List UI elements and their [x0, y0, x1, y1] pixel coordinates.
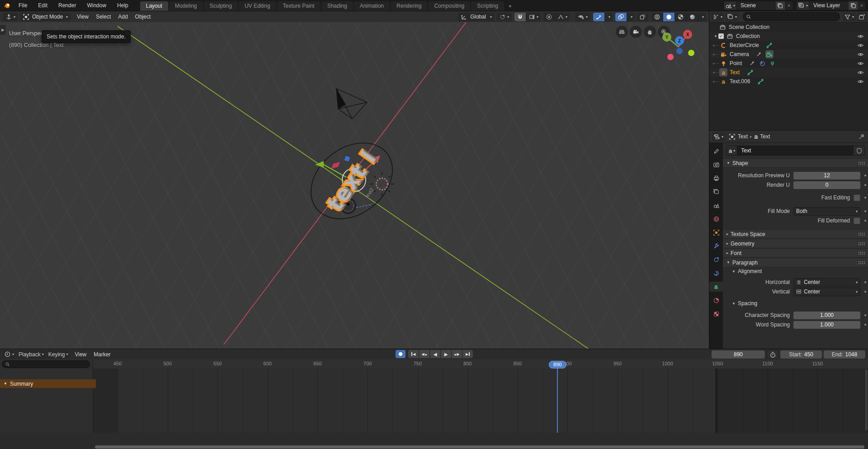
add-workspace-button[interactable]: +: [505, 2, 515, 11]
timeline-vertical-scrollbar[interactable]: [865, 369, 868, 430]
pin-icon[interactable]: [858, 133, 865, 140]
display-mode-dropdown[interactable]: ▾: [711, 13, 724, 21]
animate-dot[interactable]: ●: [862, 280, 868, 284]
gizmo-x-neg-ball[interactable]: [667, 54, 674, 60]
timeline-editor-type-button[interactable]: ▾: [3, 350, 15, 359]
texture-space-panel-header[interactable]: ▸Texture Space: [723, 229, 868, 239]
resolution-preview-field[interactable]: 12: [793, 172, 860, 180]
transform-orientation-dropdown[interactable]: Global ▾: [458, 13, 495, 21]
word-spacing-field[interactable]: 1.000: [793, 321, 860, 329]
animate-dot[interactable]: ●: [862, 218, 868, 223]
view-layer-name[interactable]: View Layer: [810, 2, 849, 9]
fast-editing-checkbox[interactable]: [854, 194, 860, 201]
breadcrumb-object-name[interactable]: Text: [738, 133, 748, 140]
point-light-object[interactable]: [370, 172, 394, 196]
properties-tab-output-icon[interactable]: [709, 173, 723, 183]
viewport-menu-select[interactable]: Select: [92, 14, 114, 20]
curve-data-icon[interactable]: [756, 77, 764, 85]
outliner-row-point[interactable]: ▸—Point: [709, 59, 868, 68]
properties-tab-view-layer-icon[interactable]: [709, 187, 723, 197]
eye-icon[interactable]: [857, 60, 864, 67]
eye-icon[interactable]: [857, 51, 864, 58]
animate-dot[interactable]: ●: [862, 322, 868, 327]
anim-arrow-icon[interactable]: [748, 59, 756, 67]
animate-dot[interactable]: ●: [862, 289, 868, 294]
properties-tab-font-data-icon[interactable]: a: [709, 282, 723, 292]
animate-dot[interactable]: ●: [862, 183, 868, 187]
animate-dot[interactable]: ●: [862, 195, 868, 200]
horizontal-align-dropdown[interactable]: Center▾: [793, 278, 860, 287]
camera-view-icon[interactable]: [630, 26, 642, 38]
viewport-3d[interactable]: text l text l text2 User Perspective (89…: [0, 22, 709, 349]
properties-tab-modifier-wrench-icon[interactable]: [709, 241, 723, 251]
timeline-menu-marker[interactable]: Marker: [90, 351, 114, 358]
expand-triangle-icon[interactable]: ▼: [4, 382, 7, 386]
material-preview-icon[interactable]: [675, 13, 687, 21]
outliner-row-collection[interactable]: ▼✓Collection: [709, 32, 868, 41]
menu-render[interactable]: Render: [53, 0, 81, 11]
workspace-tab-layout[interactable]: Layout: [140, 1, 168, 11]
camera-object[interactable]: [336, 89, 367, 119]
light-data-icon[interactable]: [768, 59, 776, 67]
character-spacing-field[interactable]: 1.000: [793, 312, 860, 319]
timeline-horizontal-scrollbar[interactable]: [95, 445, 864, 449]
shading-dropdown[interactable]: ▾: [698, 13, 706, 21]
falloff-curve-dropdown[interactable]: ▾: [555, 13, 570, 21]
workspace-tab-modeling[interactable]: Modeling: [169, 1, 203, 11]
geometry-panel-header[interactable]: ▸Geometry: [723, 239, 868, 248]
animate-dot[interactable]: ●: [862, 313, 868, 317]
filter-dropdown[interactable]: ▾: [843, 13, 855, 21]
outliner-row-scene-collection[interactable]: Scene Collection: [709, 23, 868, 32]
eye-icon[interactable]: [857, 69, 864, 76]
proportional-edit-icon[interactable]: [543, 13, 555, 21]
workspace-tab-sculpting[interactable]: Sculpting: [204, 1, 238, 11]
animate-dot[interactable]: ●: [862, 173, 868, 178]
outliner-row-text[interactable]: ▸—aText: [709, 68, 868, 77]
jump-to-start-button[interactable]: ◀: [408, 350, 419, 358]
solid-icon[interactable]: [663, 13, 675, 21]
magnet-icon[interactable]: [514, 13, 526, 21]
timeline-tracks[interactable]: [0, 369, 868, 433]
gizmo-plane-red-handle[interactable]: [331, 162, 340, 169]
timeline-menu-keying[interactable]: Keying▾: [47, 350, 70, 359]
workspace-tab-uv-editing[interactable]: UV Editing: [239, 1, 276, 11]
use-preview-range-button[interactable]: [767, 350, 778, 359]
new-collection-button[interactable]: [857, 13, 867, 21]
properties-tab-material-icon[interactable]: [709, 295, 723, 305]
visibility-dropdown[interactable]: ▾: [575, 13, 590, 21]
timeline-ruler[interactable]: 4505005506006507007508008509009501000105…: [0, 359, 868, 369]
spacing-subpanel-header[interactable]: ▼ Spacing: [723, 299, 868, 307]
data-name-input[interactable]: Text: [737, 146, 854, 156]
overlays-icon[interactable]: [615, 13, 627, 21]
next-keyframe-button[interactable]: ◆▶: [452, 350, 462, 358]
view-layer-remove-button[interactable]: ×: [858, 1, 866, 10]
timeline-menu-view[interactable]: View: [71, 351, 90, 358]
outliner-row-camera[interactable]: ▸—Camera: [709, 50, 868, 59]
shape-panel-header[interactable]: ▼ Shape: [723, 158, 868, 168]
anim-arrow-icon[interactable]: [755, 50, 764, 58]
mode-dropdown[interactable]: Object Mode ▾: [20, 13, 71, 21]
menu-edit[interactable]: Edit: [33, 0, 53, 11]
frame-start-field[interactable]: Start:450: [780, 350, 822, 359]
collection-checkbox[interactable]: ✓: [718, 33, 724, 39]
gizmo-z-neg-ball[interactable]: [676, 48, 683, 54]
viewport-menu-object[interactable]: Object: [132, 14, 155, 20]
properties-tab-render-icon[interactable]: [709, 160, 723, 170]
menu-help[interactable]: Help: [112, 0, 134, 11]
animate-dot[interactable]: ●: [862, 209, 868, 213]
properties-tab-tool-icon[interactable]: [709, 146, 723, 156]
curve-data-icon[interactable]: [746, 68, 754, 76]
workspace-tab-rendering[interactable]: Rendering: [391, 1, 427, 11]
pivot-point-dropdown[interactable]: ▾: [496, 13, 512, 21]
filter-view-layer-dropdown[interactable]: ▾: [726, 13, 738, 21]
blender-logo-icon[interactable]: [4, 2, 10, 9]
properties-tab-particles-icon[interactable]: [709, 268, 723, 278]
scene-unlink-button[interactable]: ×: [785, 1, 793, 10]
data-type-dropdown[interactable]: a▾: [726, 146, 737, 156]
gizmo-y-neg-ball[interactable]: [688, 50, 694, 56]
play-button[interactable]: ▶: [441, 350, 451, 358]
gizmo-icon[interactable]: [593, 13, 605, 21]
expand-arrow-icon[interactable]: ▼: [713, 34, 718, 38]
menu-window[interactable]: Window: [81, 0, 112, 11]
fill-mode-dropdown[interactable]: Both▾: [793, 207, 860, 216]
